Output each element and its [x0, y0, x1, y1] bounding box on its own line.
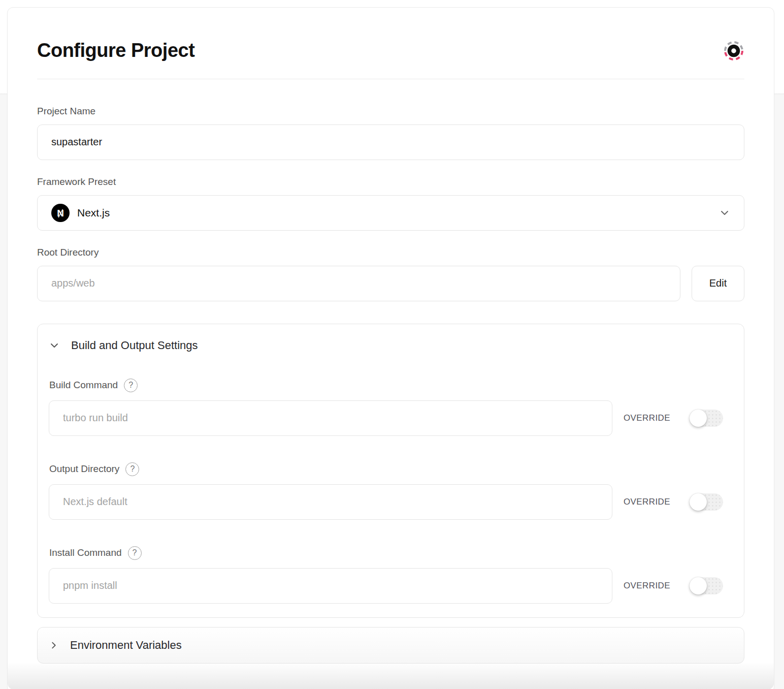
page-title: Configure Project — [37, 39, 194, 62]
edit-root-directory-button[interactable]: Edit — [692, 266, 744, 301]
project-name-input[interactable] — [37, 124, 744, 160]
build-output-settings-title: Build and Output Settings — [71, 339, 198, 352]
build-command-label: Build Command ? — [49, 379, 723, 392]
bottom-fade — [8, 662, 774, 689]
override-label: OVERRIDE — [624, 413, 676, 423]
output-directory-label: Output Directory ? — [49, 462, 723, 476]
build-output-settings-header[interactable]: Build and Output Settings — [49, 339, 723, 352]
chevron-right-icon — [49, 640, 59, 650]
framework-preset-value: Next.js — [77, 207, 110, 219]
project-name-label: Project Name — [37, 106, 744, 117]
override-label: OVERRIDE — [624, 497, 676, 507]
loading-spinner-icon — [723, 40, 744, 61]
environment-variables-title: Environment Variables — [70, 639, 182, 652]
output-directory-input[interactable] — [49, 484, 612, 520]
build-command-input[interactable] — [49, 400, 612, 436]
environment-variables-header[interactable]: Environment Variables — [37, 627, 744, 664]
help-icon[interactable]: ? — [128, 546, 142, 560]
override-label: OVERRIDE — [624, 581, 676, 591]
toggle-knob — [690, 410, 707, 427]
framework-preset-select[interactable]: N Next.js — [37, 195, 744, 231]
help-icon[interactable]: ? — [125, 462, 139, 476]
install-command-input[interactable] — [49, 568, 612, 604]
output-directory-override-toggle[interactable] — [690, 493, 723, 511]
configure-project-card: Configure Project Project Name Framework… — [7, 7, 774, 689]
install-command-override-toggle[interactable] — [690, 577, 723, 594]
toggle-knob — [690, 577, 707, 594]
build-command-override-toggle[interactable] — [690, 410, 723, 427]
chevron-down-icon — [49, 340, 60, 351]
root-directory-input[interactable] — [37, 266, 680, 301]
nextjs-icon: N — [51, 204, 70, 222]
chevron-down-icon — [719, 207, 730, 218]
root-directory-label: Root Directory — [37, 247, 744, 258]
build-output-settings-panel: Build and Output Settings Build Command … — [37, 324, 744, 618]
help-icon[interactable]: ? — [124, 379, 138, 392]
toggle-knob — [690, 493, 707, 511]
framework-preset-label: Framework Preset — [37, 176, 744, 187]
title-divider — [37, 79, 744, 79]
install-command-label: Install Command ? — [49, 546, 723, 560]
